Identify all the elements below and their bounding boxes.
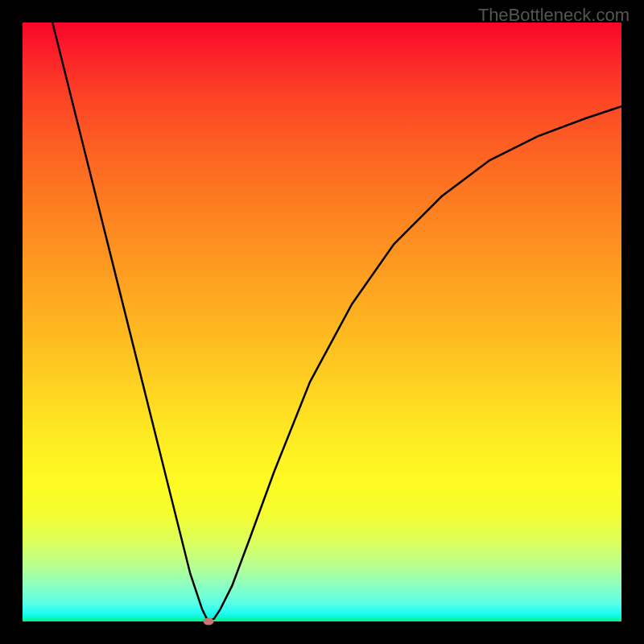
optimum-marker [203,618,213,625]
watermark-text: TheBottleneck.com [478,5,630,26]
bottleneck-curve [23,23,621,621]
chart-plot-area [23,23,621,621]
